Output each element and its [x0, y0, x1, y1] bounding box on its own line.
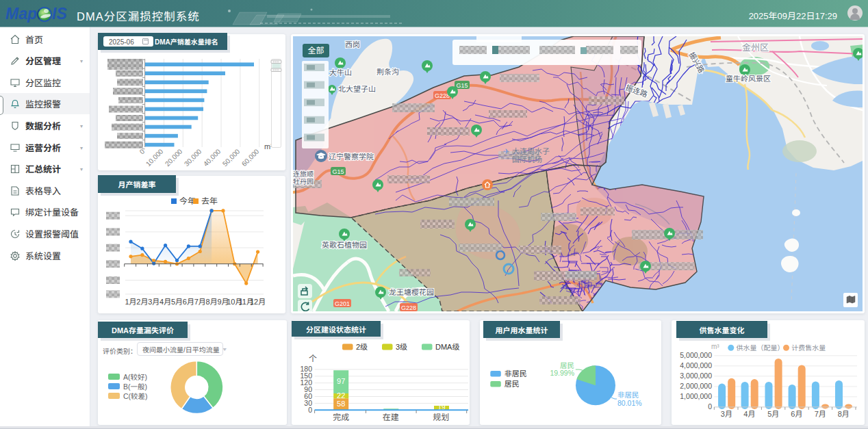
- svg-text:去年: 去年: [201, 194, 218, 206]
- svg-text:2级: 2级: [356, 341, 368, 352]
- svg-text:G201: G201: [335, 299, 350, 308]
- svg-text:4月: 4月: [743, 408, 755, 419]
- svg-text:G15: G15: [332, 167, 344, 176]
- svg-text:北大望子山: 北大望子山: [338, 83, 376, 94]
- svg-text:3级: 3级: [396, 341, 407, 352]
- svg-text:非居民: 非居民: [505, 367, 527, 378]
- svg-text:G15: G15: [456, 81, 468, 90]
- svg-text:龙王塘樱花园: 龙王塘樱花园: [389, 286, 434, 297]
- svg-text:大牛山: 大牛山: [329, 66, 352, 77]
- svg-text:荆条沟: 荆条沟: [376, 66, 399, 77]
- svg-text:3月: 3月: [721, 408, 732, 419]
- svg-text:4,000,000: 4,000,000: [680, 360, 712, 370]
- svg-text:80.01%: 80.01%: [617, 398, 642, 408]
- svg-text:10,000: 10,000: [143, 146, 166, 168]
- svg-text:✈: ✈: [503, 145, 509, 156]
- svg-text:B(一般): B(一般): [123, 381, 147, 391]
- svg-text:供水量（配量）: 供水量（配量）: [737, 342, 784, 352]
- svg-text:20,000: 20,000: [162, 146, 185, 168]
- svg-text:西岗: 西岗: [345, 38, 360, 49]
- svg-text:2月: 2月: [136, 296, 148, 307]
- svg-text:金州区: 金州区: [742, 40, 769, 53]
- svg-text:国际机场: 国际机场: [512, 153, 542, 164]
- svg-text:1,000,000: 1,000,000: [680, 391, 712, 401]
- svg-text:40,000: 40,000: [201, 146, 223, 168]
- svg-text:童牛岭风景区: 童牛岭风景区: [726, 73, 771, 83]
- svg-text:12月: 12月: [250, 296, 266, 307]
- svg-text:英歌石植物园: 英歌石植物园: [322, 239, 367, 250]
- svg-text:6月: 6月: [791, 408, 802, 419]
- svg-text:97: 97: [337, 375, 345, 386]
- svg-text:C(较差): C(较差): [123, 391, 148, 401]
- svg-text:8月: 8月: [206, 296, 218, 307]
- svg-text:0: 0: [708, 401, 712, 411]
- svg-text:30,000: 30,000: [181, 146, 204, 168]
- svg-text:居民: 居民: [505, 378, 520, 389]
- svg-text:180: 180: [300, 363, 312, 374]
- svg-text:在建: 在建: [383, 411, 399, 422]
- svg-text:规划: 规划: [433, 411, 449, 422]
- svg-text:A(较好): A(较好): [123, 372, 147, 382]
- svg-text:m³: m³: [711, 341, 719, 351]
- svg-text:5,000,000: 5,000,000: [680, 350, 712, 360]
- svg-text:6月: 6月: [183, 296, 194, 307]
- svg-text:58: 58: [337, 398, 345, 408]
- svg-text:60,000: 60,000: [239, 146, 261, 168]
- svg-text:50,000: 50,000: [220, 146, 242, 168]
- svg-text:完成: 完成: [333, 411, 349, 422]
- svg-text:19.99%: 19.99%: [550, 367, 574, 378]
- svg-text:G228: G228: [401, 303, 416, 312]
- svg-text:DMA级: DMA级: [435, 341, 459, 352]
- svg-text:全部: 全部: [307, 44, 324, 55]
- svg-text:7月: 7月: [815, 408, 826, 419]
- svg-text:7月: 7月: [194, 296, 206, 307]
- svg-text:3月: 3月: [148, 296, 159, 307]
- svg-text:5月: 5月: [171, 296, 183, 307]
- svg-text:4月: 4月: [159, 296, 171, 307]
- svg-text:5月: 5月: [767, 408, 779, 419]
- svg-text:辽宁警察学院: 辽宁警察学院: [329, 151, 374, 161]
- svg-text:连旅顺: 连旅顺: [293, 168, 314, 179]
- svg-text:个: 个: [309, 352, 317, 363]
- svg-text:1月: 1月: [125, 296, 136, 307]
- svg-text:计费售水量: 计费售水量: [791, 342, 826, 352]
- svg-text:8月: 8月: [838, 408, 850, 419]
- svg-text:3,000,000: 3,000,000: [680, 370, 712, 380]
- svg-text:2,000,000: 2,000,000: [680, 380, 712, 391]
